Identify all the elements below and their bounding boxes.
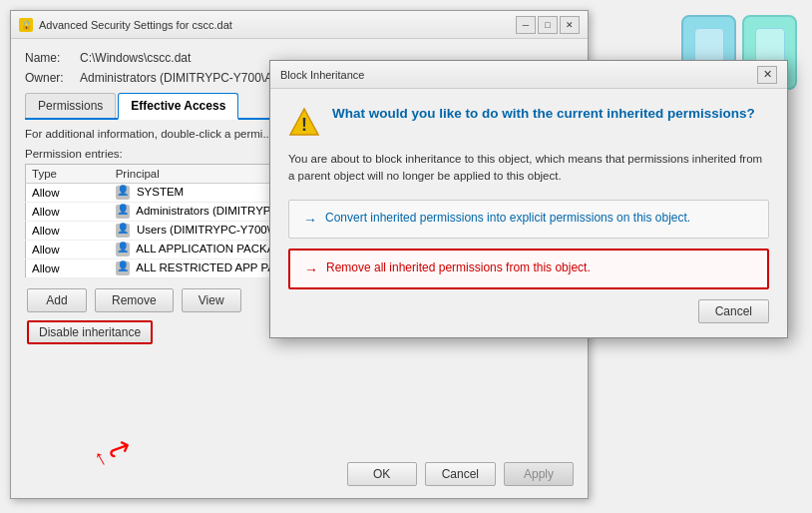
dialog-description: You are about to block inheritance to th… [288,151,769,186]
svg-text:!: ! [301,115,307,135]
dialog-title: Block Inheritance [280,69,757,81]
remove-permissions-option[interactable]: → Remove all inherited permissions from … [288,249,769,289]
option2-text: Remove all inherited permissions from th… [326,260,591,274]
option1-text: Convert inherited permissions into expli… [325,211,690,225]
dialog-close-button[interactable]: ✕ [757,66,777,84]
convert-permissions-option[interactable]: → Convert inherited permissions into exp… [288,200,769,239]
dialog-title-bar: Block Inheritance ✕ [270,61,787,89]
dialog-cancel-button[interactable]: Cancel [698,299,769,323]
warning-icon: ! [288,107,320,139]
dialog-header-row: ! What would you like to do with the cur… [288,105,769,139]
dialog-footer: Cancel [288,299,769,323]
block-inheritance-dialog: Block Inheritance ✕ ! What would you lik… [269,60,788,338]
option1-arrow-icon: → [303,212,317,228]
dialog-body: ! What would you like to do with the cur… [270,89,787,337]
dialog-overlay: Block Inheritance ✕ ! What would you lik… [0,0,812,513]
option2-arrow-icon: → [304,261,318,277]
dialog-heading: What would you like to do with the curre… [332,105,755,124]
